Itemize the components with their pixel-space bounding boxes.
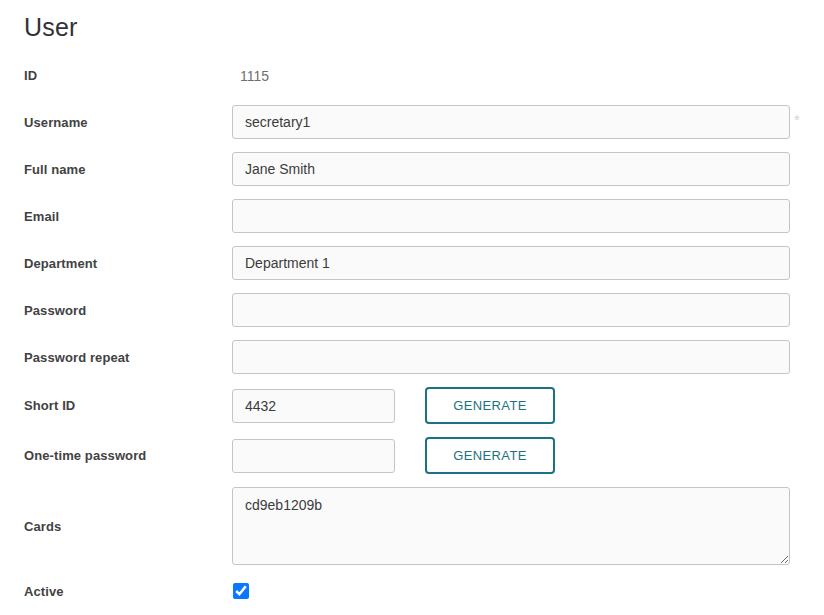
- field-row-active: Active: [24, 583, 824, 599]
- full-name-input[interactable]: [232, 152, 790, 186]
- username-label: Username: [24, 115, 232, 130]
- field-row-password: Password: [24, 293, 824, 327]
- field-row-id: ID 1115: [24, 59, 824, 92]
- field-row-cards: Cards cd9eb1209b: [24, 487, 824, 565]
- department-input[interactable]: [232, 246, 790, 280]
- field-row-department: Department: [24, 246, 824, 280]
- field-row-full-name: Full name: [24, 152, 824, 186]
- id-value: 1115: [232, 59, 269, 92]
- active-checkbox[interactable]: [233, 583, 249, 599]
- cards-textarea[interactable]: cd9eb1209b: [232, 487, 790, 565]
- password-label: Password: [24, 303, 232, 318]
- field-row-short-id: Short ID GENERATE: [24, 387, 824, 424]
- one-time-password-input[interactable]: [232, 439, 395, 473]
- email-label: Email: [24, 209, 232, 224]
- cards-label: Cards: [24, 519, 232, 534]
- active-label: Active: [24, 584, 232, 599]
- password-repeat-label: Password repeat: [24, 350, 232, 365]
- email-input[interactable]: [232, 199, 790, 233]
- short-id-input[interactable]: [232, 389, 395, 423]
- generate-short-id-button[interactable]: GENERATE: [425, 387, 555, 424]
- user-detail-page: User ID 1115 Username * Full name Email …: [0, 0, 824, 599]
- field-row-email: Email: [24, 199, 824, 233]
- page-title: User: [24, 13, 824, 42]
- department-label: Department: [24, 256, 232, 271]
- id-label: ID: [24, 68, 232, 83]
- one-time-password-label: One-time password: [24, 448, 232, 463]
- full-name-label: Full name: [24, 162, 232, 177]
- user-form: ID 1115 Username * Full name Email Depar…: [24, 59, 824, 599]
- password-repeat-input[interactable]: [232, 340, 790, 374]
- generate-one-time-password-button[interactable]: GENERATE: [425, 437, 555, 474]
- field-row-one-time-password: One-time password GENERATE: [24, 437, 824, 474]
- username-input[interactable]: [232, 105, 790, 139]
- field-row-username: Username *: [24, 105, 824, 139]
- short-id-label: Short ID: [24, 398, 232, 413]
- password-input[interactable]: [232, 293, 790, 327]
- field-row-password-repeat: Password repeat: [24, 340, 824, 374]
- required-asterisk: *: [794, 105, 800, 128]
